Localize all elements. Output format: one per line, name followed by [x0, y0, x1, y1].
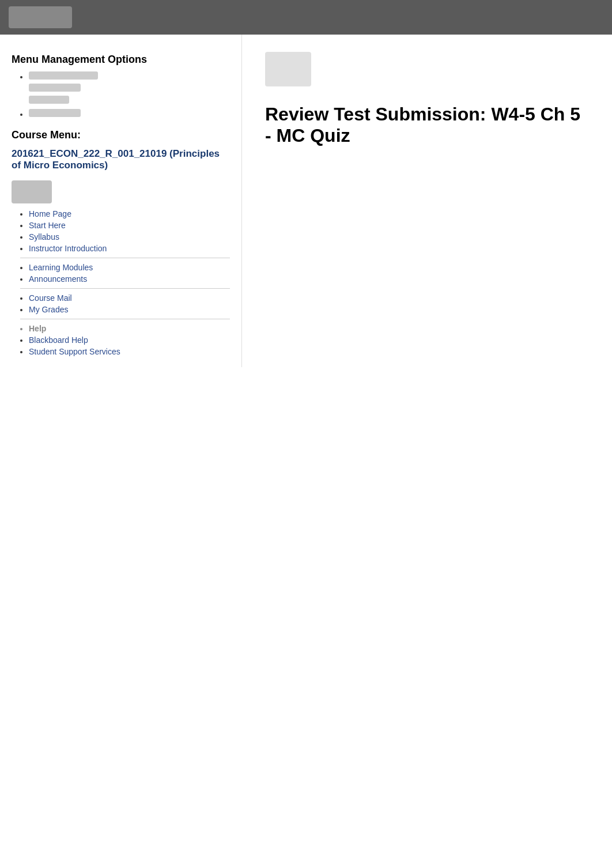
review-icon-placeholder [265, 52, 311, 86]
nav-item-student-support[interactable]: Student Support Services [29, 347, 230, 356]
review-test-title: Review Test Submission: W4-5 Ch 5 - MC Q… [265, 104, 589, 146]
menu-item-placeholder-3 [29, 96, 69, 104]
menu-management-list [12, 71, 230, 119]
nav-item-announcements[interactable]: Announcements [29, 274, 230, 284]
nav-link-announcements[interactable]: Announcements [29, 274, 87, 284]
nav-list-group3: Course Mail My Grades [12, 293, 230, 319]
top-bar [0, 0, 612, 35]
nav-link-syllabus[interactable]: Syllabus [29, 232, 59, 241]
nav-link-student-support[interactable]: Student Support Services [29, 347, 120, 356]
nav-item-course-mail[interactable]: Course Mail [29, 293, 230, 303]
nav-item-syllabus[interactable]: Syllabus [29, 232, 230, 241]
nav-list-help: Help Blackboard Help Student Support Ser… [12, 324, 230, 356]
nav-item-my-grades[interactable]: My Grades [29, 305, 230, 314]
nav-group-help: Help Blackboard Help Student Support Ser… [12, 324, 230, 356]
main-content: Review Test Submission: W4-5 Ch 5 - MC Q… [242, 35, 612, 367]
nav-link-blackboard-help[interactable]: Blackboard Help [29, 335, 88, 345]
top-bar-logo [9, 6, 72, 28]
nav-link-course-mail[interactable]: Course Mail [29, 293, 72, 303]
nav-group-3: Course Mail My Grades [12, 293, 230, 319]
menu-management-title: Menu Management Options [12, 54, 230, 66]
nav-divider-2 [20, 288, 230, 289]
course-title-link[interactable]: 201621_ECON_222_R_001_21019 (Principles … [12, 148, 230, 171]
menu-item-placeholder-2 [29, 84, 81, 92]
nav-link-instructor-intro[interactable]: Instructor Introduction [29, 244, 107, 253]
menu-management-item-2[interactable] [29, 109, 230, 119]
menu-item-placeholder-4 [29, 109, 81, 117]
nav-link-home[interactable]: Home Page [29, 209, 71, 218]
sidebar: Menu Management Options Course Menu: 201… [0, 35, 242, 367]
nav-icon-placeholder [12, 180, 52, 203]
nav-item-instructor-intro[interactable]: Instructor Introduction [29, 244, 230, 253]
nav-item-start[interactable]: Start Here [29, 221, 230, 230]
nav-link-start[interactable]: Start Here [29, 221, 66, 230]
nav-list-group1: Home Page Start Here Syllabus Instructor… [12, 209, 230, 258]
nav-group-2: Learning Modules Announcements [12, 263, 230, 289]
nav-item-blackboard-help[interactable]: Blackboard Help [29, 335, 230, 345]
help-label: Help [29, 324, 46, 333]
nav-link-learning-modules[interactable]: Learning Modules [29, 263, 93, 272]
menu-item-placeholder-1 [29, 71, 98, 80]
nav-divider-3 [20, 319, 230, 319]
nav-list-group2: Learning Modules Announcements [12, 263, 230, 289]
menu-management-item-1[interactable] [29, 71, 230, 105]
course-menu-title: Course Menu: [12, 129, 230, 141]
nav-item-home[interactable]: Home Page [29, 209, 230, 218]
nav-divider-1 [20, 258, 230, 258]
nav-link-my-grades[interactable]: My Grades [29, 305, 68, 314]
nav-group-1: Home Page Start Here Syllabus Instructor… [12, 209, 230, 258]
nav-help-header: Help [29, 324, 230, 333]
nav-item-learning-modules[interactable]: Learning Modules [29, 263, 230, 272]
